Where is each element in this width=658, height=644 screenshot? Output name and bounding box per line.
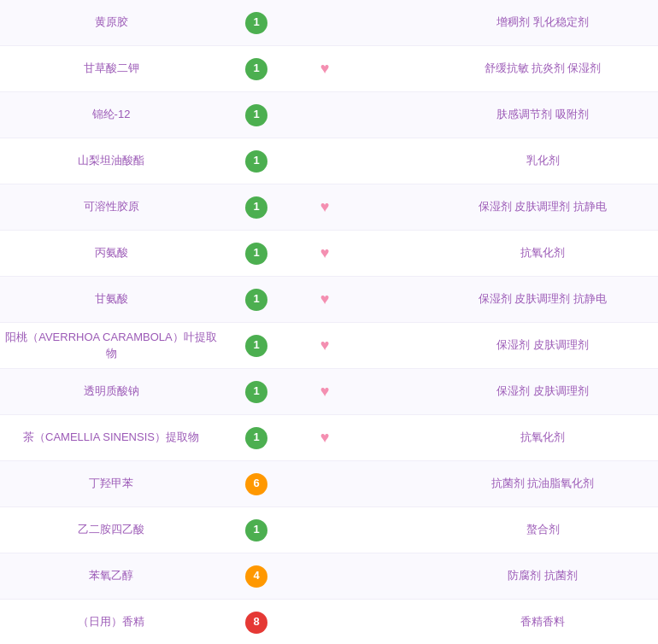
favorite-cell: ♥: [291, 190, 359, 225]
ingredient-name: （日用）香精: [0, 607, 222, 636]
favorite-cell: [291, 108, 359, 122]
table-row[interactable]: 甘氨酸1♥保湿剂 皮肤调理剂 抗静电: [0, 277, 658, 323]
safety-badge[interactable]: 1: [245, 427, 267, 449]
ingredient-tags: 乳化剂: [427, 147, 658, 176]
table-row[interactable]: 乙二胺四乙酸1螯合剂: [0, 507, 658, 553]
favorite-cell: [291, 155, 359, 168]
ingredient-name: 阳桃（AVERRHOA CARAMBOLA）叶提取物: [0, 323, 222, 367]
table-row[interactable]: 山梨坦油酸酯1乳化剂: [0, 138, 658, 184]
ingredient-tags: 舒缓抗敏 抗炎剂 保湿剂: [427, 55, 658, 84]
safety-badge[interactable]: 1: [245, 150, 267, 173]
ingredient-tags: 增稠剂 乳化稳定剂: [427, 9, 658, 38]
safety-badge-cell: 1: [222, 374, 291, 410]
table-row[interactable]: 丙氨酸1♥抗氧化剂: [0, 231, 658, 277]
warning-cell: [359, 431, 427, 445]
safety-badge[interactable]: 8: [245, 612, 267, 634]
warning-cell: [359, 293, 427, 307]
ingredient-name: 乙二胺四乙酸: [0, 515, 222, 544]
safety-badge-cell: 1: [222, 512, 291, 548]
warning-cell: [359, 108, 427, 122]
favorite-cell: ♥: [291, 236, 359, 271]
ingredient-name: 锦纶-12: [0, 100, 222, 129]
warning-cell: [359, 524, 427, 537]
table-row[interactable]: 透明质酸钠1♥保湿剂 皮肤调理剂: [0, 369, 658, 415]
ingredient-name: 丙氨酸: [0, 238, 222, 267]
table-row[interactable]: 可溶性胶原1♥保湿剂 皮肤调理剂 抗静电: [0, 184, 658, 231]
ingredient-name: 丁羟甲苯: [0, 469, 222, 498]
favorite-cell: ♥: [291, 328, 359, 363]
safety-badge[interactable]: 1: [245, 289, 267, 311]
safety-badge-cell: 1: [222, 190, 291, 225]
ingredient-name: 茶（CAMELLIA SINENSIS）提取物: [0, 423, 222, 452]
ingredient-name: 苯氧乙醇: [0, 561, 222, 590]
table-row[interactable]: 苯氧乙醇4防腐剂 抗菌剂: [0, 553, 658, 600]
ingredient-tags: 防腐剂 抗菌剂: [427, 562, 658, 591]
favorite-cell: ♥: [291, 282, 359, 317]
table-row[interactable]: 甘草酸二钾1♥舒缓抗敏 抗炎剂 保湿剂: [0, 46, 658, 92]
table-row[interactable]: 黄原胶1增稠剂 乳化稳定剂: [0, 0, 658, 46]
warning-cell: [359, 155, 427, 168]
warning-cell: [359, 247, 427, 261]
warning-cell: [359, 570, 427, 583]
safety-badge-cell: 1: [222, 143, 291, 179]
ingredient-tags: 抗菌剂 抗油脂氧化剂: [427, 470, 658, 499]
safety-badge-cell: 1: [222, 5, 291, 41]
safety-badge[interactable]: 1: [245, 196, 267, 219]
safety-badge[interactable]: 6: [245, 473, 267, 495]
safety-badge-cell: 1: [222, 51, 291, 87]
ingredient-tags: 保湿剂 皮肤调理剂: [427, 331, 658, 360]
safety-badge-cell: 6: [222, 466, 291, 502]
safety-badge-cell: 1: [222, 282, 291, 318]
warning-cell: [359, 385, 427, 399]
favorite-cell: [291, 477, 359, 491]
ingredient-name: 可溶性胶原: [0, 192, 222, 221]
warning-cell: [359, 201, 427, 214]
safety-badge[interactable]: 4: [245, 565, 267, 588]
ingredient-name: 黄原胶: [0, 8, 222, 37]
safety-badge-cell: 4: [222, 559, 291, 594]
heart-icon[interactable]: ♥: [320, 335, 330, 356]
warning-cell: [359, 16, 427, 30]
ingredient-name: 山梨坦油酸酯: [0, 146, 222, 175]
ingredient-tags: 保湿剂 皮肤调理剂 抗静电: [427, 285, 658, 314]
favorite-cell: [291, 570, 359, 583]
heart-icon[interactable]: ♥: [320, 427, 330, 448]
table-row[interactable]: 茶（CAMELLIA SINENSIS）提取物1♥抗氧化剂: [0, 415, 658, 461]
heart-icon[interactable]: ♥: [320, 381, 330, 402]
favorite-cell: [291, 616, 359, 629]
ingredient-tags: 抗氧化剂: [427, 424, 658, 453]
ingredient-tags: 螯合剂: [427, 516, 658, 545]
ingredient-tags: 肤感调节剂 吸附剂: [427, 101, 658, 130]
safety-badge[interactable]: 1: [245, 243, 267, 265]
warning-cell: [359, 616, 427, 629]
table-row[interactable]: 阳桃（AVERRHOA CARAMBOLA）叶提取物1♥保湿剂 皮肤调理剂: [0, 323, 658, 369]
ingredients-table: 黄原胶1增稠剂 乳化稳定剂甘草酸二钾1♥舒缓抗敏 抗炎剂 保湿剂锦纶-121肤感…: [0, 0, 658, 644]
safety-badge-cell: 1: [222, 328, 291, 364]
heart-icon[interactable]: ♥: [320, 289, 330, 310]
safety-badge[interactable]: 1: [245, 519, 267, 542]
warning-cell: [359, 62, 427, 76]
table-row[interactable]: （日用）香精8香精香料: [0, 600, 658, 644]
safety-badge-cell: 1: [222, 420, 291, 456]
favorite-cell: ♥: [291, 374, 359, 409]
safety-badge[interactable]: 1: [245, 381, 267, 403]
table-row[interactable]: 丁羟甲苯6抗菌剂 抗油脂氧化剂: [0, 461, 658, 507]
safety-badge[interactable]: 1: [245, 58, 267, 80]
table-row[interactable]: 锦纶-121肤感调节剂 吸附剂: [0, 92, 658, 138]
safety-badge[interactable]: 1: [245, 104, 267, 126]
favorite-cell: [291, 16, 359, 30]
warning-cell: [359, 477, 427, 491]
favorite-cell: ♥: [291, 51, 359, 86]
heart-icon[interactable]: ♥: [320, 58, 330, 79]
warning-cell: [359, 339, 427, 353]
ingredient-tags: 香精香料: [427, 608, 658, 637]
safety-badge[interactable]: 1: [245, 335, 267, 357]
ingredient-name: 透明质酸钠: [0, 377, 222, 406]
safety-badge-cell: 1: [222, 97, 291, 133]
heart-icon[interactable]: ♥: [320, 243, 330, 264]
heart-icon[interactable]: ♥: [320, 196, 330, 218]
ingredient-name: 甘草酸二钾: [0, 54, 222, 83]
ingredient-tags: 保湿剂 皮肤调理剂: [427, 378, 658, 407]
safety-badge[interactable]: 1: [245, 12, 267, 34]
safety-badge-cell: 8: [222, 605, 291, 641]
